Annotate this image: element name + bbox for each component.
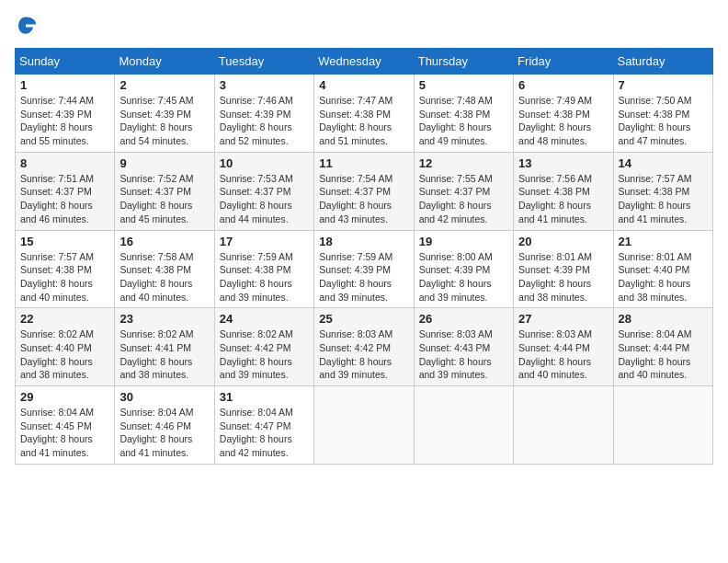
day-detail: Sunrise: 8:04 AM Sunset: 4:46 PM Dayligh… [119, 406, 209, 460]
weekday-header-thursday: Thursday [414, 49, 513, 75]
calendar-cell: 17 Sunrise: 7:59 AM Sunset: 4:38 PM Dayl… [214, 230, 313, 308]
calendar-cell: 31 Sunrise: 8:04 AM Sunset: 4:47 PM Dayl… [214, 386, 313, 465]
calendar-cell: 11 Sunrise: 7:54 AM Sunset: 4:37 PM Dayl… [314, 152, 414, 230]
calendar-table: SundayMondayTuesdayWednesdayThursdayFrid… [15, 48, 713, 465]
calendar-cell: 7 Sunrise: 7:50 AM Sunset: 4:38 PM Dayli… [613, 75, 712, 153]
weekday-header-monday: Monday [115, 49, 214, 75]
calendar-cell: 18 Sunrise: 7:59 AM Sunset: 4:39 PM Dayl… [314, 230, 414, 308]
day-detail: Sunrise: 8:02 AM Sunset: 4:41 PM Dayligh… [119, 327, 209, 382]
day-number: 15 [20, 235, 109, 248]
calendar-cell: 16 Sunrise: 7:58 AM Sunset: 4:38 PM Dayl… [115, 230, 214, 308]
weekday-header-saturday: Saturday [613, 49, 712, 75]
day-number: 5 [419, 78, 508, 92]
day-detail: Sunrise: 8:03 AM Sunset: 4:43 PM Dayligh… [419, 327, 508, 382]
day-detail: Sunrise: 8:04 AM Sunset: 4:45 PM Dayligh… [20, 406, 109, 460]
calendar-cell: 6 Sunrise: 7:49 AM Sunset: 4:38 PM Dayli… [514, 75, 613, 153]
day-number: 3 [220, 78, 309, 92]
day-number: 20 [518, 235, 608, 248]
day-number: 6 [518, 78, 608, 92]
day-detail: Sunrise: 7:44 AM Sunset: 4:39 PM Dayligh… [20, 94, 109, 148]
calendar-cell: 2 Sunrise: 7:45 AM Sunset: 4:39 PM Dayli… [115, 75, 214, 153]
day-number: 29 [20, 390, 109, 404]
day-number: 19 [419, 235, 508, 248]
calendar-cell: 3 Sunrise: 7:46 AM Sunset: 4:39 PM Dayli… [214, 75, 313, 153]
calendar-cell [414, 386, 513, 465]
logo [15, 15, 40, 37]
day-detail: Sunrise: 7:53 AM Sunset: 4:37 PM Dayligh… [220, 172, 309, 226]
calendar-cell: 23 Sunrise: 8:02 AM Sunset: 4:41 PM Dayl… [115, 308, 214, 386]
day-number: 25 [319, 312, 408, 326]
day-number: 23 [119, 312, 209, 326]
day-detail: Sunrise: 7:59 AM Sunset: 4:39 PM Dayligh… [319, 250, 408, 304]
day-detail: Sunrise: 7:51 AM Sunset: 4:37 PM Dayligh… [20, 172, 109, 226]
day-number: 24 [220, 312, 309, 326]
calendar-cell: 19 Sunrise: 8:00 AM Sunset: 4:39 PM Dayl… [414, 230, 513, 308]
day-number: 27 [518, 312, 608, 326]
calendar-cell: 14 Sunrise: 7:57 AM Sunset: 4:38 PM Dayl… [613, 152, 712, 230]
day-detail: Sunrise: 7:49 AM Sunset: 4:38 PM Dayligh… [518, 94, 608, 148]
calendar-cell: 28 Sunrise: 8:04 AM Sunset: 4:44 PM Dayl… [613, 308, 712, 386]
calendar-cell [314, 386, 414, 465]
day-detail: Sunrise: 7:57 AM Sunset: 4:38 PM Dayligh… [20, 250, 109, 304]
calendar-cell: 26 Sunrise: 8:03 AM Sunset: 4:43 PM Dayl… [414, 308, 513, 386]
calendar-cell: 30 Sunrise: 8:04 AM Sunset: 4:46 PM Dayl… [115, 386, 214, 465]
day-detail: Sunrise: 8:02 AM Sunset: 4:42 PM Dayligh… [220, 327, 309, 382]
day-detail: Sunrise: 7:59 AM Sunset: 4:38 PM Dayligh… [220, 250, 309, 304]
day-detail: Sunrise: 7:46 AM Sunset: 4:39 PM Dayligh… [220, 94, 309, 148]
weekday-header-friday: Friday [514, 49, 613, 75]
day-number: 31 [220, 390, 309, 404]
day-number: 17 [220, 235, 309, 248]
day-number: 9 [119, 156, 209, 170]
day-detail: Sunrise: 7:58 AM Sunset: 4:38 PM Dayligh… [119, 250, 209, 304]
day-detail: Sunrise: 7:55 AM Sunset: 4:37 PM Dayligh… [419, 172, 508, 226]
day-detail: Sunrise: 7:57 AM Sunset: 4:38 PM Dayligh… [619, 172, 708, 226]
day-detail: Sunrise: 8:04 AM Sunset: 4:44 PM Dayligh… [619, 327, 708, 382]
calendar-cell: 29 Sunrise: 8:04 AM Sunset: 4:45 PM Dayl… [16, 386, 115, 465]
calendar-cell: 25 Sunrise: 8:03 AM Sunset: 4:42 PM Dayl… [314, 308, 414, 386]
day-number: 14 [619, 156, 708, 170]
day-detail: Sunrise: 8:04 AM Sunset: 4:47 PM Dayligh… [220, 406, 309, 460]
day-number: 18 [319, 235, 408, 248]
calendar-cell: 13 Sunrise: 7:56 AM Sunset: 4:38 PM Dayl… [514, 152, 613, 230]
day-detail: Sunrise: 8:00 AM Sunset: 4:39 PM Dayligh… [419, 250, 508, 304]
calendar-cell: 15 Sunrise: 7:57 AM Sunset: 4:38 PM Dayl… [16, 230, 115, 308]
day-number: 10 [220, 156, 309, 170]
day-detail: Sunrise: 7:56 AM Sunset: 4:38 PM Dayligh… [518, 172, 608, 226]
weekday-header-sunday: Sunday [16, 49, 115, 75]
day-number: 12 [419, 156, 508, 170]
calendar-cell: 9 Sunrise: 7:52 AM Sunset: 4:37 PM Dayli… [115, 152, 214, 230]
day-detail: Sunrise: 8:03 AM Sunset: 4:42 PM Dayligh… [319, 327, 408, 382]
weekday-header-wednesday: Wednesday [314, 49, 414, 75]
day-detail: Sunrise: 7:45 AM Sunset: 4:39 PM Dayligh… [119, 94, 209, 148]
day-number: 26 [419, 312, 508, 326]
calendar-cell: 5 Sunrise: 7:48 AM Sunset: 4:38 PM Dayli… [414, 75, 513, 153]
day-number: 22 [20, 312, 109, 326]
day-number: 21 [619, 235, 708, 248]
calendar-cell: 4 Sunrise: 7:47 AM Sunset: 4:38 PM Dayli… [314, 75, 414, 153]
day-detail: Sunrise: 7:50 AM Sunset: 4:38 PM Dayligh… [619, 94, 708, 148]
calendar-cell: 24 Sunrise: 8:02 AM Sunset: 4:42 PM Dayl… [214, 308, 313, 386]
weekday-header-tuesday: Tuesday [214, 49, 313, 75]
calendar-cell: 8 Sunrise: 7:51 AM Sunset: 4:37 PM Dayli… [16, 152, 115, 230]
calendar-cell: 12 Sunrise: 7:55 AM Sunset: 4:37 PM Dayl… [414, 152, 513, 230]
calendar-cell: 22 Sunrise: 8:02 AM Sunset: 4:40 PM Dayl… [16, 308, 115, 386]
day-detail: Sunrise: 8:02 AM Sunset: 4:40 PM Dayligh… [20, 327, 109, 382]
day-number: 28 [619, 312, 708, 326]
day-detail: Sunrise: 7:52 AM Sunset: 4:37 PM Dayligh… [119, 172, 209, 226]
calendar-cell: 10 Sunrise: 7:53 AM Sunset: 4:37 PM Dayl… [214, 152, 313, 230]
day-number: 8 [20, 156, 109, 170]
day-detail: Sunrise: 8:01 AM Sunset: 4:40 PM Dayligh… [619, 250, 708, 304]
logo-icon [15, 15, 37, 37]
calendar-cell [514, 386, 613, 465]
day-number: 1 [20, 78, 109, 92]
calendar-cell: 21 Sunrise: 8:01 AM Sunset: 4:40 PM Dayl… [613, 230, 712, 308]
day-detail: Sunrise: 7:48 AM Sunset: 4:38 PM Dayligh… [419, 94, 508, 148]
day-number: 16 [119, 235, 209, 248]
day-number: 7 [619, 78, 708, 92]
day-number: 11 [319, 156, 408, 170]
day-detail: Sunrise: 8:03 AM Sunset: 4:44 PM Dayligh… [518, 327, 608, 382]
calendar-cell: 1 Sunrise: 7:44 AM Sunset: 4:39 PM Dayli… [16, 75, 115, 153]
day-number: 30 [119, 390, 209, 404]
day-number: 4 [319, 78, 408, 92]
day-number: 2 [119, 78, 209, 92]
